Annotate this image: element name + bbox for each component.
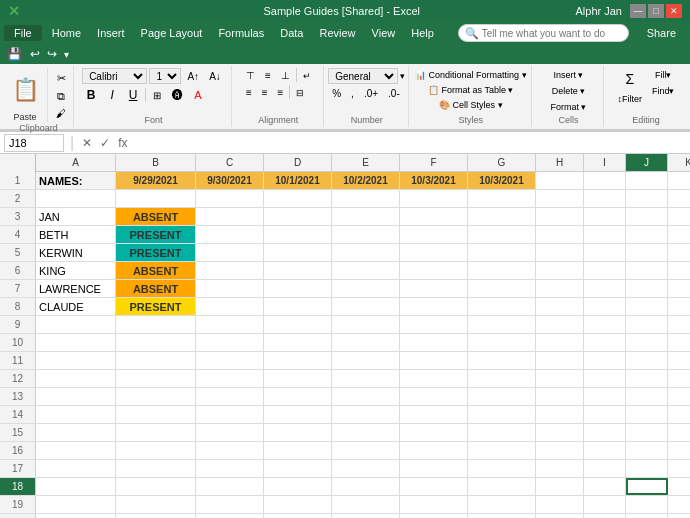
cell-i6[interactable] — [584, 262, 626, 279]
cell-e8[interactable] — [332, 298, 400, 315]
cell-f5[interactable] — [400, 244, 468, 261]
cell-e7[interactable] — [332, 280, 400, 297]
cell-e4[interactable] — [332, 226, 400, 243]
col-header-k[interactable]: K — [668, 154, 690, 171]
merge-center-button[interactable]: ⊟ — [292, 85, 308, 100]
cell-j1[interactable] — [626, 172, 668, 189]
cell-i1[interactable] — [584, 172, 626, 189]
cell-i7[interactable] — [584, 280, 626, 297]
close-button[interactable]: ✕ — [666, 4, 682, 18]
cell-k8[interactable] — [668, 298, 690, 315]
col-header-f[interactable]: F — [400, 154, 468, 171]
cell-i5[interactable] — [584, 244, 626, 261]
cell-h6[interactable] — [536, 262, 584, 279]
cell-j2[interactable] — [626, 190, 668, 207]
cell-b3[interactable]: ABSENT — [116, 208, 196, 225]
paste-button[interactable]: 📋 — [7, 68, 43, 112]
autosum-button[interactable]: Σ — [613, 68, 646, 90]
cell-a2[interactable] — [36, 190, 116, 207]
cell-j4[interactable] — [626, 226, 668, 243]
align-top-button[interactable]: ⊤ — [242, 68, 259, 83]
tell-me-input[interactable] — [482, 28, 622, 39]
cell-c4[interactable] — [196, 226, 264, 243]
fill-button[interactable]: Fill▾ — [648, 68, 679, 82]
maximize-button[interactable]: □ — [648, 4, 664, 18]
grid-body[interactable]: 1 NAMES: 9/29/2021 9/30/2021 10/1/2021 1… — [0, 172, 690, 518]
font-color-button[interactable]: A — [190, 87, 205, 103]
cell-j6[interactable] — [626, 262, 668, 279]
cell-e1[interactable]: 10/2/2021 — [332, 172, 400, 189]
align-left-button[interactable]: ≡ — [242, 85, 256, 100]
cell-b1[interactable]: 9/29/2021 — [116, 172, 196, 189]
col-header-g[interactable]: G — [468, 154, 536, 171]
col-header-b[interactable]: B — [116, 154, 196, 171]
cell-k7[interactable] — [668, 280, 690, 297]
save-icon[interactable]: 💾 — [4, 47, 25, 61]
cell-d8[interactable] — [264, 298, 332, 315]
formula-input[interactable] — [134, 136, 687, 150]
cell-f6[interactable] — [400, 262, 468, 279]
cell-a3[interactable]: JAN — [36, 208, 116, 225]
number-format-select[interactable]: General — [328, 68, 398, 84]
cell-h3[interactable] — [536, 208, 584, 225]
cell-h2[interactable] — [536, 190, 584, 207]
align-middle-button[interactable]: ≡ — [261, 68, 275, 83]
italic-button[interactable]: I — [103, 86, 121, 104]
cell-g7[interactable] — [468, 280, 536, 297]
cell-d3[interactable] — [264, 208, 332, 225]
cell-h4[interactable] — [536, 226, 584, 243]
undo-icon[interactable]: ↩ — [28, 47, 42, 61]
bold-button[interactable]: B — [82, 86, 100, 104]
wrap-text-button[interactable]: ↵ — [299, 68, 315, 83]
col-header-e[interactable]: E — [332, 154, 400, 171]
cell-e5[interactable] — [332, 244, 400, 261]
customize-qa-icon[interactable]: ▾ — [62, 49, 71, 60]
confirm-formula-icon[interactable]: ✓ — [98, 136, 112, 150]
cell-c8[interactable] — [196, 298, 264, 315]
number-format-expand[interactable]: ▾ — [400, 71, 405, 81]
insert-cells-button[interactable]: Insert ▾ — [546, 68, 590, 82]
increase-font-button[interactable]: A↑ — [183, 69, 203, 84]
cell-a5[interactable]: KERWIN — [36, 244, 116, 261]
cell-h5[interactable] — [536, 244, 584, 261]
cell-c5[interactable] — [196, 244, 264, 261]
conditional-formatting-button[interactable]: 📊 Conditional Formatting ▾ — [411, 68, 531, 82]
cell-k1[interactable] — [668, 172, 690, 189]
cell-styles-button[interactable]: 🎨 Cell Styles ▾ — [411, 98, 531, 112]
cell-d5[interactable] — [264, 244, 332, 261]
align-right-button[interactable]: ≡ — [274, 85, 288, 100]
cell-a4[interactable]: BETH — [36, 226, 116, 243]
cell-b4[interactable]: PRESENT — [116, 226, 196, 243]
font-size-select[interactable]: 11 — [149, 68, 181, 84]
cell-a1[interactable]: NAMES: — [36, 172, 116, 189]
cut-button[interactable]: ✂ — [52, 70, 70, 87]
cell-g4[interactable] — [468, 226, 536, 243]
cell-j3[interactable] — [626, 208, 668, 225]
cell-f7[interactable] — [400, 280, 468, 297]
cell-e2[interactable] — [332, 190, 400, 207]
underline-button[interactable]: U — [124, 86, 142, 104]
col-header-j[interactable]: J — [626, 154, 668, 171]
cell-j5[interactable] — [626, 244, 668, 261]
redo-icon[interactable]: ↪ — [45, 47, 59, 61]
insert-function-icon[interactable]: fx — [116, 136, 129, 150]
align-center-button[interactable]: ≡ — [258, 85, 272, 100]
cell-c6[interactable] — [196, 262, 264, 279]
cell-e3[interactable] — [332, 208, 400, 225]
cancel-formula-icon[interactable]: ✕ — [80, 136, 94, 150]
cell-k5[interactable] — [668, 244, 690, 261]
delete-cells-button[interactable]: Delete ▾ — [546, 84, 590, 98]
cell-f1[interactable]: 10/3/2021 — [400, 172, 468, 189]
border-button[interactable]: ⊞ — [149, 88, 165, 103]
cell-c1[interactable]: 9/30/2021 — [196, 172, 264, 189]
cell-i2[interactable] — [584, 190, 626, 207]
col-header-c[interactable]: C — [196, 154, 264, 171]
tell-me-box[interactable]: 🔍 — [458, 24, 629, 42]
cell-f4[interactable] — [400, 226, 468, 243]
font-name-select[interactable]: Calibri — [82, 68, 147, 84]
menu-view[interactable]: View — [364, 25, 404, 41]
cell-i4[interactable] — [584, 226, 626, 243]
col-header-a[interactable]: A — [36, 154, 116, 171]
cell-d1[interactable]: 10/1/2021 — [264, 172, 332, 189]
decrease-decimal-button[interactable]: .0- — [384, 86, 404, 101]
